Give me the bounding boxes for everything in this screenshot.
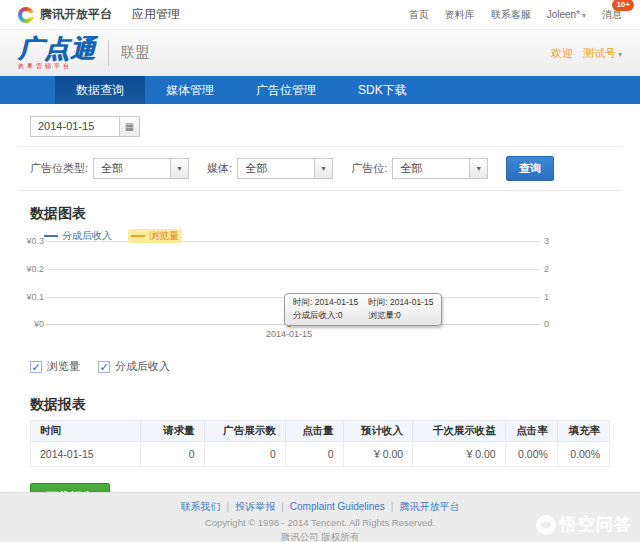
chevron-down-icon: ▾ — [170, 159, 188, 178]
series-toggles: ✓ 浏览量 ✓ 分成后收入 — [30, 359, 610, 374]
adslot-type-value: 全部 — [94, 159, 170, 178]
footer-links: 联系我们|投诉举报|Complaint Guidelines|腾讯开放平台 — [0, 500, 640, 514]
income-checkbox-label: 分成后收入 — [115, 359, 170, 374]
chart-legend: 分成后收入 浏览量 — [44, 229, 182, 243]
table-header-row: 时间 请求量 广告展示数 点击量 预计收入 千次展示收益 点击率 填充率 — [31, 421, 610, 442]
col-est-income: 预计收入 — [343, 421, 412, 442]
y-axis-right-tick: 3 — [544, 236, 558, 246]
tab-sdk-download[interactable]: SDK下载 — [337, 76, 428, 104]
media-label: 媒体: — [207, 161, 232, 176]
account-menu[interactable]: 测试号▾ — [583, 46, 622, 61]
platform-brand: 腾讯开放平台 — [40, 6, 112, 23]
col-ctr: 点击率 — [505, 421, 557, 442]
report-table: 时间 请求量 广告展示数 点击量 预计收入 千次展示收益 点击率 填充率 201… — [30, 420, 610, 467]
menu-library[interactable]: 资料库 — [445, 8, 475, 22]
footer-link-open-platform[interactable]: 腾讯开放平台 — [399, 501, 459, 512]
section-label: 联盟 — [121, 44, 149, 62]
footer-link-report[interactable]: 投诉举报 — [235, 501, 275, 512]
main-nav: 数据查询 媒体管理 广告位管理 SDK下载 — [0, 76, 640, 104]
y-axis-left-tick: ¥0.2 — [16, 264, 44, 274]
tab-media-management[interactable]: 媒体管理 — [145, 76, 235, 104]
account-name: 测试号 — [583, 47, 616, 59]
tooltip-time-1: 时间: 2014-01-15 — [293, 297, 358, 309]
filter-row: 广告位类型: 全部 ▾ 媒体: 全部 ▾ 广告位: 全部 ▾ 查询 — [0, 147, 640, 190]
app-management-link[interactable]: 应用管理 — [132, 6, 180, 23]
cell-time: 2014-01-15 — [31, 442, 141, 467]
user-menu[interactable]: Joleen*▾ — [547, 9, 586, 20]
chevron-down-icon: ▾ — [469, 159, 487, 178]
y-axis-left-tick: ¥0 — [16, 319, 44, 329]
cell-requests: 0 — [141, 442, 205, 467]
wukong-logo-icon — [536, 515, 556, 535]
adslot-select[interactable]: 全部 ▾ — [392, 158, 488, 179]
topbar-menu: 首页 资料库 联系客服 Joleen*▾ 10+ 消息 — [409, 8, 622, 22]
views-checkbox[interactable]: ✓ 浏览量 — [30, 359, 80, 374]
gdt-logo: 广点通 效果营销平台 — [18, 35, 96, 71]
col-requests: 请求量 — [141, 421, 205, 442]
chevron-down-icon: ▾ — [582, 11, 586, 20]
calendar-icon[interactable]: ▦ — [119, 117, 139, 136]
date-input[interactable]: 2014-01-15 — [31, 117, 119, 136]
user-name: Joleen* — [547, 9, 580, 20]
gdt-logo-text: 广点通 — [18, 35, 96, 61]
footer: 联系我们|投诉举报|Complaint Guidelines|腾讯开放平台 Co… — [0, 492, 640, 542]
col-time: 时间 — [31, 421, 141, 442]
query-button[interactable]: 查询 — [506, 156, 554, 181]
table-row: 2014-01-15 0 0 0 ¥ 0.00 ¥ 0.00 0.00% 0.0… — [31, 442, 610, 467]
col-impressions: 广告展示数 — [204, 421, 285, 442]
views-checkbox-label: 浏览量 — [47, 359, 80, 374]
divider — [108, 40, 109, 66]
tooltip-time-2: 时间: 2014-01-15 — [368, 297, 433, 309]
watermark: 悟空问答 — [536, 513, 632, 536]
divider: | — [281, 501, 284, 512]
y-axis-right-tick: 0 — [544, 319, 558, 329]
checkbox-checked-icon[interactable]: ✓ — [30, 361, 42, 373]
content: 2014-01-15 ▦ 广告位类型: 全部 ▾ 媒体: 全部 ▾ 广告位: 全… — [0, 104, 640, 528]
adslot-type-select[interactable]: 全部 ▾ — [93, 158, 189, 179]
divider: | — [391, 501, 394, 512]
cell-impressions: 0 — [204, 442, 285, 467]
chart-section-title: 数据图表 — [30, 205, 610, 223]
top-bar: 腾讯开放平台 应用管理 首页 资料库 联系客服 Joleen*▾ 10+ 消息 — [0, 0, 640, 30]
date-row: 2014-01-15 ▦ — [0, 104, 640, 146]
legend-dash-icon — [44, 235, 58, 237]
media-select[interactable]: 全部 ▾ — [237, 158, 333, 179]
report-section-title: 数据报表 — [30, 396, 610, 414]
y-axis-right-tick: 1 — [544, 292, 558, 302]
messages-link[interactable]: 10+ 消息 — [602, 8, 622, 22]
watermark-text: 悟空问答 — [560, 513, 632, 536]
date-picker[interactable]: 2014-01-15 ▦ — [30, 116, 140, 137]
legend-dash-icon — [131, 235, 145, 237]
x-axis-tick: 2014-01-15 — [266, 329, 312, 339]
cell-est-income: ¥ 0.00 — [343, 442, 412, 467]
line-chart: 分成后收入 浏览量 ¥0.3 ¥0.2 ¥0.1 ¥0 3 2 1 0 时间: … — [30, 227, 610, 349]
tab-data-query[interactable]: 数据查询 — [55, 76, 145, 104]
chevron-down-icon: ▾ — [618, 50, 622, 59]
menu-support[interactable]: 联系客服 — [491, 8, 531, 22]
divider — [18, 190, 622, 191]
income-checkbox[interactable]: ✓ 分成后收入 — [98, 359, 170, 374]
legend-views[interactable]: 浏览量 — [128, 229, 182, 243]
divider: | — [227, 501, 230, 512]
cell-ctr: 0.00% — [505, 442, 557, 467]
chart-tooltip: 时间: 2014-01-15 时间: 2014-01-15 分成后收入:0 浏览… — [284, 293, 442, 326]
col-clicks: 点击量 — [285, 421, 343, 442]
message-count-badge: 10+ — [612, 0, 634, 11]
banner: 广点通 效果营销平台 联盟 欢迎 测试号▾ — [0, 30, 640, 76]
tooltip-value-1: 分成后收入:0 — [293, 310, 358, 322]
gridline — [46, 269, 540, 270]
legend-views-label: 浏览量 — [149, 229, 179, 243]
banner-right: 欢迎 测试号▾ — [551, 46, 622, 61]
y-axis-left-tick: ¥0.1 — [16, 292, 44, 302]
checkbox-checked-icon[interactable]: ✓ — [98, 361, 110, 373]
cell-fill-rate: 0.00% — [557, 442, 609, 467]
adslot-type-label: 广告位类型: — [30, 161, 88, 176]
gdt-logo-tagline: 效果营销平台 — [18, 62, 72, 71]
legend-income[interactable]: 分成后收入 — [44, 229, 112, 243]
footer-link-guidelines[interactable]: Complaint Guidelines — [290, 501, 385, 512]
footer-link-contact[interactable]: 联系我们 — [181, 501, 221, 512]
tab-adslot-management[interactable]: 广告位管理 — [235, 76, 337, 104]
menu-home[interactable]: 首页 — [409, 8, 429, 22]
tooltip-value-2: 浏览量:0 — [368, 310, 433, 322]
legend-income-label: 分成后收入 — [62, 229, 112, 243]
